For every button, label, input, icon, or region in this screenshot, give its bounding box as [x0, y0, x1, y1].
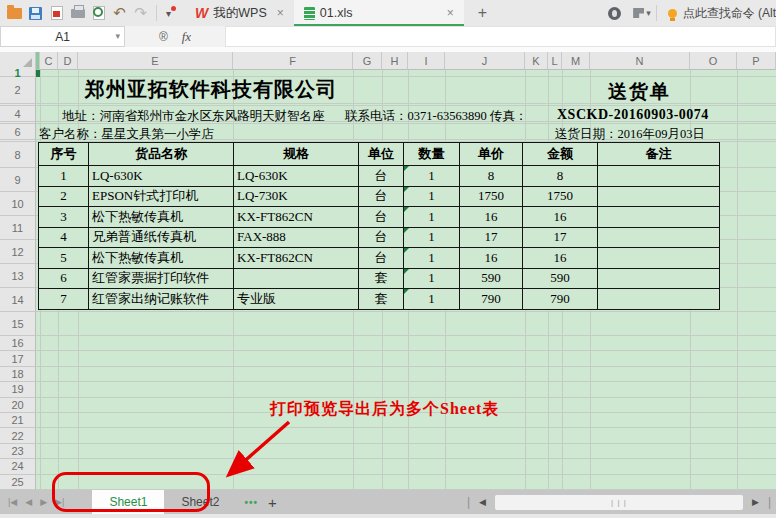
- cell[interactable]: 1: [404, 289, 460, 310]
- cell[interactable]: 台: [359, 227, 404, 248]
- column-header-e[interactable]: E: [78, 52, 233, 70]
- row-header[interactable]: 16: [0, 336, 36, 351]
- cell[interactable]: 1: [404, 248, 460, 269]
- contact-line[interactable]: 联系电话：0371-63563890 传真：: [345, 108, 527, 125]
- row-header[interactable]: 21: [0, 413, 36, 428]
- cell[interactable]: 台: [359, 207, 404, 228]
- cell[interactable]: 台: [359, 166, 404, 187]
- col-header[interactable]: 金额: [523, 143, 598, 166]
- cell[interactable]: 1: [404, 227, 460, 248]
- cell[interactable]: [598, 289, 720, 310]
- name-box[interactable]: A1 ▾: [0, 26, 125, 47]
- row-header[interactable]: 24: [0, 459, 36, 474]
- cell[interactable]: 1: [39, 166, 89, 187]
- save-icon[interactable]: [25, 2, 46, 24]
- cell[interactable]: 17: [460, 227, 523, 248]
- cell[interactable]: EPSON针式打印机: [89, 186, 234, 207]
- cell[interactable]: 16: [523, 248, 598, 269]
- next-sheet-icon[interactable]: ▶: [40, 497, 47, 507]
- close-tab-icon[interactable]: ×: [277, 6, 284, 20]
- column-header-l[interactable]: L: [548, 52, 562, 70]
- address-line[interactable]: 地址：河南省郑州市金水区东风路明天财智名座: [62, 108, 325, 125]
- row-header[interactable]: 20: [0, 398, 36, 413]
- cell[interactable]: 5: [39, 248, 89, 269]
- col-header[interactable]: 货品名称: [89, 143, 234, 166]
- cell[interactable]: 红管家票据打印软件: [89, 268, 234, 289]
- column-header-f[interactable]: F: [233, 52, 353, 70]
- cell[interactable]: [598, 268, 720, 289]
- cell[interactable]: 1: [404, 166, 460, 187]
- column-header-c[interactable]: C: [40, 52, 58, 70]
- export-pdf-icon[interactable]: [46, 2, 67, 24]
- more-sheets-icon[interactable]: •••: [244, 497, 258, 508]
- cell[interactable]: [598, 186, 720, 207]
- scroll-right-icon[interactable]: ▶: [752, 497, 759, 507]
- cell[interactable]: [598, 248, 720, 269]
- scroll-left-icon[interactable]: ◀: [479, 497, 486, 507]
- cell[interactable]: [598, 227, 720, 248]
- column-header-g[interactable]: G: [353, 52, 382, 70]
- selected-cell-a1[interactable]: [36, 70, 40, 77]
- close-tab-icon[interactable]: ×: [447, 6, 454, 20]
- order-number[interactable]: XSCKD-20160903-0074: [557, 107, 709, 123]
- row-header[interactable]: 18: [0, 367, 36, 382]
- cell[interactable]: 790: [460, 289, 523, 310]
- cell[interactable]: 590: [523, 268, 598, 289]
- cell[interactable]: 16: [523, 207, 598, 228]
- col-header[interactable]: 备注: [598, 143, 720, 166]
- cell[interactable]: LQ-630K: [234, 166, 359, 187]
- cell[interactable]: 台: [359, 248, 404, 269]
- cell[interactable]: [598, 166, 720, 187]
- cell[interactable]: 4: [39, 227, 89, 248]
- row-header[interactable]: 13: [0, 264, 36, 288]
- fx-icon[interactable]: fx: [182, 29, 191, 45]
- print-icon[interactable]: [67, 2, 88, 24]
- cell[interactable]: LQ-630K: [89, 166, 234, 187]
- column-header-d[interactable]: D: [58, 52, 78, 70]
- cell[interactable]: 3: [39, 207, 89, 228]
- row-header[interactable]: 25: [0, 475, 36, 490]
- column-header-n[interactable]: N: [590, 52, 690, 70]
- share-menu[interactable]: ▾: [633, 8, 651, 18]
- row-header[interactable]: 14: [0, 288, 36, 312]
- select-all-corner[interactable]: [0, 52, 36, 70]
- cell[interactable]: 红管家出纳记账软件: [89, 289, 234, 310]
- tab-my-wps[interactable]: W 我的WPS ×: [185, 0, 294, 26]
- tab-01-xls[interactable]: 01.xls ×: [294, 0, 464, 26]
- row-header[interactable]: 8: [0, 142, 36, 168]
- col-header[interactable]: 数量: [404, 143, 460, 166]
- cell[interactable]: 16: [460, 248, 523, 269]
- cell[interactable]: 6: [39, 268, 89, 289]
- row-header[interactable]: 4: [0, 106, 36, 122]
- print-preview-icon[interactable]: [88, 2, 109, 24]
- cell[interactable]: 1750: [523, 186, 598, 207]
- cell[interactable]: 松下热敏传真机: [89, 207, 234, 228]
- cell[interactable]: KX-FT862CN: [234, 248, 359, 269]
- row-header[interactable]: 2: [0, 77, 36, 104]
- cell[interactable]: 套: [359, 268, 404, 289]
- row-header[interactable]: 6: [0, 124, 36, 140]
- customer-line[interactable]: 客户名称：星星文具第一小学店: [39, 126, 214, 143]
- row-header[interactable]: 1: [0, 70, 36, 77]
- open-file-icon[interactable]: [4, 2, 25, 24]
- undo-icon[interactable]: ↶: [109, 2, 130, 24]
- col-header[interactable]: 单价: [460, 143, 523, 166]
- cell[interactable]: 套: [359, 289, 404, 310]
- row-header[interactable]: 17: [0, 351, 36, 366]
- cell[interactable]: 17: [523, 227, 598, 248]
- cell[interactable]: [234, 268, 359, 289]
- col-header[interactable]: 规格: [234, 143, 359, 166]
- cell[interactable]: 兄弟普通纸传真机: [89, 227, 234, 248]
- cell[interactable]: 1: [404, 268, 460, 289]
- column-header-p[interactable]: P: [737, 52, 776, 70]
- column-header-o[interactable]: O: [690, 52, 737, 70]
- cell[interactable]: 16: [460, 207, 523, 228]
- cell[interactable]: [598, 207, 720, 228]
- column-header-h[interactable]: H: [382, 52, 408, 70]
- row-header[interactable]: 23: [0, 444, 36, 459]
- new-tab-button[interactable]: +: [478, 4, 487, 22]
- col-header[interactable]: 单位: [359, 143, 404, 166]
- customize-toolbar-caret-icon[interactable]: ▾: [162, 8, 175, 19]
- cell[interactable]: FAX-888: [234, 227, 359, 248]
- scrollbar-thumb[interactable]: | | |: [495, 495, 743, 510]
